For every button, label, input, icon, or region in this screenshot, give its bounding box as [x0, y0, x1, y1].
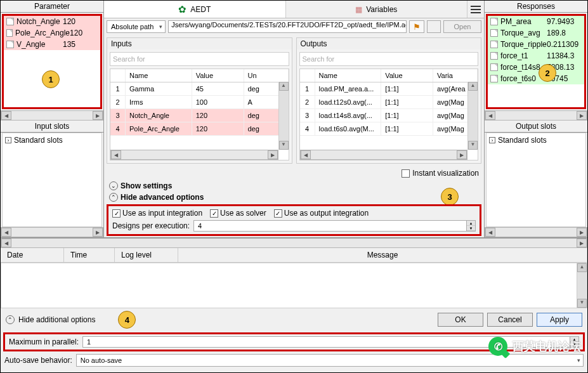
response-row[interactable]: PM_area97.9493: [488, 16, 584, 27]
spin-down-icon: ▼: [467, 226, 475, 231]
col-date[interactable]: Date: [1, 248, 64, 262]
col-value[interactable]: Value: [381, 69, 433, 82]
tab-variables[interactable]: ▦ Variables: [286, 1, 468, 18]
chk-input-integration[interactable]: ✓Use as input integration: [112, 209, 202, 218]
table-row[interactable]: 2 load.t12s0.avg(... [1:1] avg(Mag: [300, 96, 478, 109]
doc-icon: [490, 41, 498, 48]
scroll-left-icon[interactable]: ◀: [1, 228, 11, 237]
expand-icon[interactable]: ›: [489, 137, 495, 143]
response-row[interactable]: Torque_ripple0.211309: [488, 39, 584, 50]
hamburger-menu-icon[interactable]: [467, 6, 484, 13]
col-name[interactable]: Name: [126, 69, 192, 82]
path-mode-combo[interactable]: Absolute path: [107, 20, 166, 33]
scrollbar-h[interactable]: ◀▶: [485, 227, 587, 237]
flag-icon[interactable]: ⚑: [409, 20, 424, 33]
expand-icon[interactable]: ›: [5, 137, 11, 143]
scrollbar-v[interactable]: ▲ ▼: [577, 263, 587, 308]
dpe-spinner[interactable]: 4 ▲▼: [193, 220, 476, 232]
responses-header: Responses: [485, 1, 587, 13]
scroll-right-icon[interactable]: ▶: [93, 228, 103, 237]
ok-button[interactable]: OK: [438, 313, 483, 327]
table-row[interactable]: 3 load.t14s8.avg(... [1:1] avg(Mag: [300, 109, 478, 122]
autosave-combo[interactable]: No auto-save: [76, 354, 584, 367]
spin-up-icon: ▲: [570, 337, 578, 342]
scrollbar-h[interactable]: ◀▶: [110, 150, 278, 160]
table-row[interactable]: 3 Notch_Angle 120 deg: [110, 109, 289, 122]
table-row[interactable]: 1 Gamma 45 deg: [110, 82, 289, 96]
scrollbar-v[interactable]: ▲ ▼: [467, 82, 478, 150]
param-row[interactable]: Pole_Arc_Angle 120: [4, 27, 100, 39]
chevron-down-icon: ⌄: [109, 181, 118, 190]
inputs-group: Inputs Search for Name Value Un 1 Gamma …: [107, 37, 292, 164]
autosave-label: Auto-save behavior:: [4, 356, 72, 365]
response-row[interactable]: force_t6s010745: [488, 73, 584, 84]
scroll-left-icon[interactable]: ◀: [1, 111, 11, 120]
col-message[interactable]: Message: [178, 248, 587, 262]
param-row[interactable]: V_Angle 135: [4, 39, 100, 50]
variables-icon: ▦: [355, 5, 362, 14]
path-input[interactable]: Jsers/wyang/Documents/2.TESTs/20.FFT2UDO…: [168, 20, 407, 33]
slot-item[interactable]: › Standard slots: [488, 134, 584, 146]
outputs-search[interactable]: Search for: [299, 52, 479, 66]
scroll-right-icon[interactable]: ▶: [93, 111, 103, 120]
callout-1: 1: [42, 70, 60, 88]
log-header: Date Time Log level Message: [1, 248, 587, 263]
response-row[interactable]: force_t111384.3: [488, 50, 584, 62]
max-parallel-label: Maximum in parallel:: [9, 337, 79, 346]
advanced-options-box: ✓Use as input integration ✓Use as solver…: [107, 204, 481, 236]
parameter-panel: Notch_Angle 120 Pole_Arc_Angle 120 V_Ang…: [2, 14, 102, 109]
param-row[interactable]: Notch_Angle 120: [4, 16, 100, 27]
responses-panel: PM_area97.9493 Torque_avg189.8 Torque_ri…: [486, 14, 586, 109]
scrollbar-h[interactable]: ◀▶: [1, 238, 587, 248]
output-slots-list[interactable]: › Standard slots: [486, 133, 586, 227]
table-row[interactable]: 4 load.t6s0.avg(M... [1:1] avg(Mag: [300, 122, 478, 136]
path-extra-button[interactable]: [427, 20, 441, 33]
col-unit[interactable]: Un: [244, 69, 289, 82]
inputs-search[interactable]: Search for: [110, 52, 289, 66]
col-time[interactable]: Time: [64, 248, 115, 262]
chevron-up-icon: ⌃: [109, 193, 118, 202]
col-name[interactable]: Name: [315, 69, 382, 82]
hide-advanced-toggle[interactable]: ⌃ Hide advanced options 3: [104, 192, 484, 203]
response-row[interactable]: force_t14s87808.13: [488, 62, 584, 73]
outputs-table: Name Value Varia 1 load.PM_area.a... [1:…: [299, 69, 479, 160]
callout-4: 4: [118, 311, 136, 329]
dpe-label: Designs per execution:: [112, 221, 190, 230]
open-button[interactable]: Open: [443, 20, 481, 33]
instant-viz-checkbox[interactable]: [402, 169, 410, 178]
output-slots-header: Output slots: [485, 121, 587, 133]
apply-button[interactable]: Apply: [537, 313, 582, 327]
callout-3: 3: [441, 188, 459, 206]
scrollbar-v[interactable]: ▲ ▼: [278, 82, 289, 150]
slot-item[interactable]: › Standard slots: [4, 134, 100, 146]
table-row[interactable]: 2 Irms 100 A: [110, 96, 289, 109]
scrollbar-h[interactable]: ◀▶: [300, 150, 468, 160]
max-parallel-spinner[interactable]: 1 ▲▼: [82, 336, 579, 348]
outputs-group: Outputs Search for Name Value Varia 1 lo…: [296, 37, 482, 164]
hide-additional-options[interactable]: Hide additional options: [18, 315, 95, 324]
col-var[interactable]: Varia: [433, 69, 478, 82]
scrollbar-h[interactable]: ◀▶: [485, 110, 587, 121]
table-row[interactable]: 4 Pole_Arc_Angle 120 deg: [110, 122, 289, 136]
cancel-button[interactable]: Cancel: [487, 313, 533, 327]
chevron-up-icon[interactable]: ⌃: [6, 315, 15, 324]
doc-icon: [6, 18, 14, 25]
chk-solver[interactable]: ✓Use as solver: [210, 209, 266, 218]
chk-output-integration[interactable]: ✓Use as output integration: [274, 209, 369, 218]
col-loglevel[interactable]: Log level: [115, 248, 178, 262]
max-parallel-box: Maximum in parallel: 1 ▲▼: [3, 332, 585, 351]
input-slots-list[interactable]: › Standard slots: [2, 133, 102, 227]
col-value[interactable]: Value: [192, 69, 244, 82]
inputs-table: Name Value Un 1 Gamma 45 deg 2 Irms 100: [110, 69, 289, 160]
spin-up-icon: ▲: [467, 221, 475, 226]
tab-aedt[interactable]: ✿ AEDT: [104, 1, 286, 18]
show-settings-toggle[interactable]: ⌄ Show settings: [104, 180, 484, 192]
doc-icon: [490, 29, 498, 37]
response-row[interactable]: Torque_avg189.8: [488, 27, 584, 39]
param-header: Parameter: [1, 1, 103, 13]
table-row[interactable]: 1 load.PM_area.a... [1:1] avg(Area: [300, 82, 478, 96]
scrollbar-h[interactable]: ◀ ▶: [1, 110, 103, 121]
aedt-icon: ✿: [178, 4, 186, 15]
scrollbar-h[interactable]: ◀ ▶: [1, 227, 103, 237]
spin-down-icon: ▼: [570, 342, 578, 347]
